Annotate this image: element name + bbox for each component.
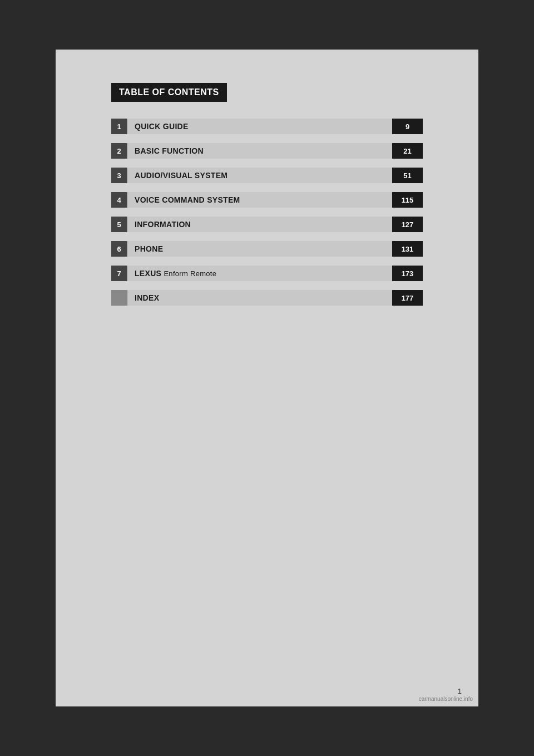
entry-line-index: INDEX bbox=[127, 290, 392, 306]
entry-page-1: 9 bbox=[392, 119, 423, 134]
toc-entry-3: 3 AUDIO/VISUAL SYSTEM 51 bbox=[111, 168, 423, 183]
entry-label-3: AUDIO/VISUAL SYSTEM bbox=[135, 171, 228, 180]
entry-number-5: 5 bbox=[111, 217, 127, 232]
watermark: carmanualsonline.info bbox=[419, 696, 473, 702]
entry-label-5: INFORMATION bbox=[135, 220, 191, 229]
entry-line-4: VOICE COMMAND SYSTEM bbox=[127, 192, 392, 208]
toc-entry-7: 7 LEXUS Enform Remote 173 bbox=[111, 266, 423, 281]
entry-line-5: INFORMATION bbox=[127, 217, 392, 232]
entry-number-index bbox=[111, 290, 127, 306]
entry-line-3: AUDIO/VISUAL SYSTEM bbox=[127, 168, 392, 183]
page-number: 1 bbox=[458, 687, 462, 695]
entry-page-3: 51 bbox=[392, 168, 423, 183]
entry-line-2: BASIC FUNCTION bbox=[127, 143, 392, 159]
entry-line-1: QUICK GUIDE bbox=[127, 119, 392, 134]
toc-entry-2: 2 BASIC FUNCTION 21 bbox=[111, 143, 423, 159]
toc-entry-1: 1 QUICK GUIDE 9 bbox=[111, 119, 423, 134]
entry-page-6: 131 bbox=[392, 241, 423, 257]
entry-number-7: 7 bbox=[111, 266, 127, 281]
entry-number-2: 2 bbox=[111, 143, 127, 159]
toc-title: TABLE OF CONTENTS bbox=[111, 83, 227, 102]
entry-page-index: 177 bbox=[392, 290, 423, 306]
entry-number-4: 4 bbox=[111, 192, 127, 208]
entry-label-7: LEXUS Enform Remote bbox=[135, 269, 216, 278]
entry-line-7: LEXUS Enform Remote bbox=[127, 266, 392, 281]
entry-label-index: INDEX bbox=[135, 293, 159, 302]
entry-page-5: 127 bbox=[392, 217, 423, 232]
toc-entry-5: 5 INFORMATION 127 bbox=[111, 217, 423, 232]
entry-label-6: PHONE bbox=[135, 244, 163, 253]
entry-number-6: 6 bbox=[111, 241, 127, 257]
page-container: TABLE OF CONTENTS 1 QUICK GUIDE 9 2 BASI… bbox=[56, 50, 478, 706]
entry-number-1: 1 bbox=[111, 119, 127, 134]
toc-entry-6: 6 PHONE 131 bbox=[111, 241, 423, 257]
toc-entry-index: INDEX 177 bbox=[111, 290, 423, 306]
entry-label-1: QUICK GUIDE bbox=[135, 122, 189, 131]
entry-page-7: 173 bbox=[392, 266, 423, 281]
toc-entries: 1 QUICK GUIDE 9 2 BASIC FUNCTION 21 3 AU… bbox=[111, 119, 423, 315]
entry-line-6: PHONE bbox=[127, 241, 392, 257]
entry-label-4: VOICE COMMAND SYSTEM bbox=[135, 195, 240, 204]
entry-number-3: 3 bbox=[111, 168, 127, 183]
entry-label-2: BASIC FUNCTION bbox=[135, 146, 204, 155]
toc-entry-4: 4 VOICE COMMAND SYSTEM 115 bbox=[111, 192, 423, 208]
entry-page-4: 115 bbox=[392, 192, 423, 208]
entry-page-2: 21 bbox=[392, 143, 423, 159]
